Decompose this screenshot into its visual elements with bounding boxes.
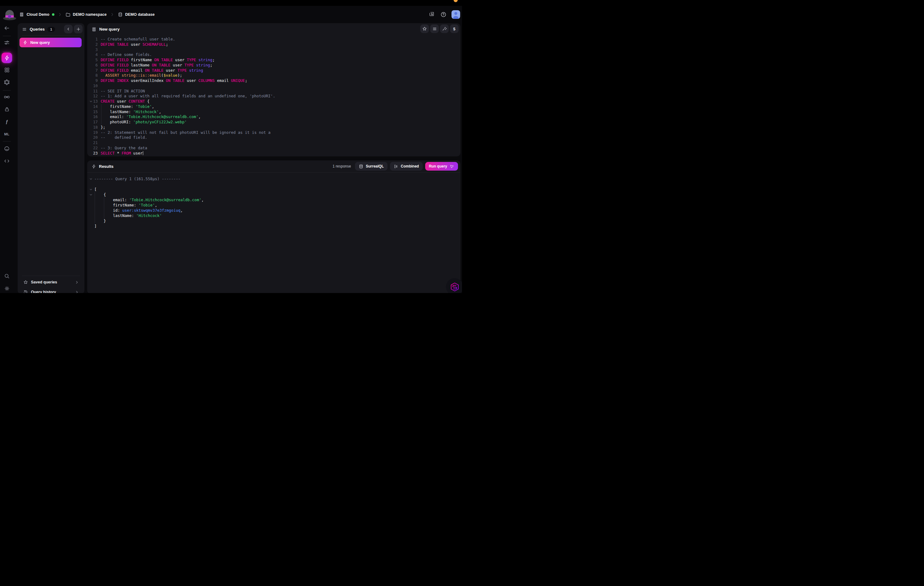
editor-line: 12-- 1: Add a user with all required fie…	[87, 94, 459, 99]
saved-queries-label: Saved queries	[31, 280, 57, 284]
code-text: -- SEE IT IN ACTION	[101, 89, 145, 94]
divider	[22, 35, 80, 36]
sidebar-item-graphql[interactable]	[1, 77, 13, 88]
code-text: CREATE user CONTENT {	[101, 99, 150, 104]
result-line: [	[87, 187, 459, 192]
result-line: id: user:sktswqmv37e3fzmgoiuq,	[87, 208, 459, 213]
sidebar-item-sidekick[interactable]	[1, 143, 13, 154]
sidebar-item-authentication[interactable]	[1, 104, 13, 115]
left-sidebar: ƒ ML	[0, 6, 17, 293]
instance-label: Cloud Demo	[26, 12, 50, 17]
fold-chevron-icon	[89, 125, 93, 130]
editor-line: 11-- SEE IT IN ACTION	[87, 89, 459, 94]
sidebar-search-button[interactable]	[1, 271, 13, 282]
recording-indicator-dot	[454, 0, 458, 2]
fold-chevron-icon	[89, 58, 93, 63]
editor-line: 10	[87, 84, 459, 89]
breadcrumb: Cloud Demo DEMO namespace	[19, 6, 155, 23]
line-number: 22	[93, 146, 98, 151]
results-output[interactable]: -------- Query 1 (161.558µs) --------[ {…	[87, 176, 459, 293]
fold-chevron-icon	[89, 120, 93, 125]
back-button[interactable]	[1, 23, 13, 34]
sidebar-settings-button[interactable]	[1, 283, 13, 293]
arrow-left-icon	[4, 25, 10, 31]
editor-line: 19-- 2: Statement will not fail but phot…	[87, 130, 459, 135]
fold-chevron-icon	[89, 151, 93, 156]
query-list-item-active[interactable]: New query	[20, 38, 82, 47]
fold-chevron-icon	[89, 42, 93, 47]
code-text: -------- Query 1 (161.558µs) --------	[94, 176, 180, 181]
sidebar-item-models[interactable]: ML	[1, 128, 13, 140]
result-mode-button[interactable]: SurrealQL	[355, 162, 388, 171]
surrealist-app: Cloud Demo DEMO namespace	[0, 6, 462, 293]
new-query-add-button[interactable]	[74, 25, 82, 33]
top-bar: Cloud Demo DEMO namespace	[0, 6, 462, 23]
sidebar-item-api-docs[interactable]	[1, 155, 13, 166]
results-title: Results	[99, 164, 114, 169]
code-text: SELECT * FROM user	[101, 151, 144, 156]
database-icon	[359, 164, 363, 169]
saved-queries-row[interactable]: Saved queries	[20, 278, 82, 287]
breadcrumb-database[interactable]: DEMO database	[118, 12, 155, 17]
queries-panel-title: Queries	[30, 27, 45, 31]
grid-icon	[4, 67, 10, 73]
code-text: DEFINE FIELD email ON TABLE user TYPE st…	[101, 68, 203, 73]
run-query-button[interactable]: Run query	[425, 162, 458, 171]
chevron-right-icon	[75, 280, 79, 284]
fold-chevron-icon	[89, 37, 93, 42]
history-icon	[23, 290, 28, 293]
query-editor-header: New query	[87, 23, 460, 35]
editor-line: 5DEFINE FIELD firstName ON TABLE user TY…	[87, 58, 459, 63]
user-avatar[interactable]	[452, 10, 460, 19]
code-text: photoURI: 'photo/yxCFi22Jw2.webp'	[101, 120, 187, 125]
fold-chevron-icon[interactable]	[89, 99, 93, 104]
result-format-button[interactable]: Combined	[390, 162, 423, 171]
top-bar-actions	[427, 6, 460, 23]
query-stack-icon	[92, 27, 96, 32]
format-query-button[interactable]	[440, 25, 449, 33]
sidebar-item-connection-settings[interactable]	[1, 37, 13, 48]
query-history-row[interactable]: Query history	[20, 287, 82, 293]
namespace-label: DEMO namespace	[73, 12, 107, 17]
query-editor-panel: New query $	[87, 23, 460, 156]
code-text: -- 1: Add a user with all required field…	[101, 94, 275, 99]
breadcrumb-instance[interactable]: Cloud Demo	[19, 12, 54, 17]
result-line: firstName: 'Tobie',	[87, 202, 459, 208]
code-text: ]	[94, 224, 97, 229]
fold-chevron-icon[interactable]	[89, 192, 93, 197]
collapse-panel-button[interactable]	[64, 25, 73, 33]
sidebar-item-designer[interactable]	[1, 92, 13, 103]
query-code-editor[interactable]: 1-- Create schemafull user table.2DEFINE…	[87, 37, 459, 156]
queries-header-buttons	[64, 25, 82, 33]
graphql-icon	[4, 79, 10, 85]
breadcrumb-namespace[interactable]: DEMO namespace	[66, 12, 107, 17]
fold-chevron-icon	[89, 94, 93, 99]
code-text: DEFINE INDEX userEmailIndex ON TABLE use…	[101, 78, 248, 84]
news-button[interactable]	[427, 10, 437, 20]
code-text: DEFINE FIELD firstName ON TABLE user TYP…	[101, 58, 215, 63]
code-text: DEFINE FIELD lastName ON TABLE user TYPE…	[101, 63, 213, 68]
indent-guide	[104, 213, 104, 218]
divider	[87, 173, 460, 173]
editor-line: 9DEFINE INDEX userEmailIndex ON TABLE us…	[87, 78, 459, 84]
divider	[22, 276, 80, 276]
query-history-label: Query history	[31, 290, 56, 293]
surrealdb-fab-button[interactable]	[446, 278, 462, 293]
appearance-button[interactable]	[430, 25, 439, 33]
query-editor-title: New query	[99, 27, 120, 31]
magic-wand-icon	[442, 26, 447, 31]
sidebar-item-functions[interactable]: ƒ	[1, 116, 13, 127]
editor-line: 14 firstName: 'Tobie',	[87, 104, 459, 109]
line-number: 8	[93, 73, 98, 78]
fold-chevron-icon[interactable]	[89, 176, 93, 181]
fold-chevron-icon	[89, 89, 93, 94]
sidebar-item-explorer[interactable]	[1, 64, 13, 76]
sidebar-item-query-active[interactable]	[2, 53, 12, 63]
result-line	[87, 181, 459, 187]
help-button[interactable]	[439, 10, 449, 20]
line-number: 5	[93, 58, 98, 63]
save-query-button[interactable]	[420, 25, 429, 33]
breadcrumb-separator-icon	[58, 12, 62, 17]
query-variables-button[interactable]: $	[450, 25, 459, 33]
fold-chevron-icon[interactable]	[89, 187, 93, 192]
